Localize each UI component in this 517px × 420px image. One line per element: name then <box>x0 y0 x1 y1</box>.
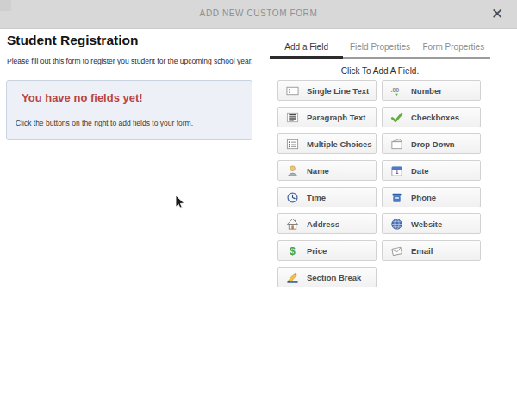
address-button[interactable]: Address <box>277 213 377 234</box>
time-icon <box>286 191 299 204</box>
form-description: Please fill out this form to register yo… <box>7 57 257 65</box>
price-icon: $ <box>286 244 299 257</box>
empty-state-headline: You have no fields yet! <box>22 91 143 104</box>
modal-title: ADD NEW CUSTOM FORM <box>0 9 517 18</box>
mouse-cursor <box>175 195 185 213</box>
drop-down-button[interactable]: Drop Down <box>382 133 481 154</box>
section-break-button[interactable]: Section Break <box>277 267 377 287</box>
field-button-label: Email <box>411 246 433 256</box>
field-type-grid: Single Line Text .00 Number Paragraph Te… <box>277 80 481 287</box>
field-button-label: Address <box>307 219 339 229</box>
single-line-text-icon <box>286 84 299 97</box>
field-button-label: Checkboxes <box>411 113 459 122</box>
modal-header: ADD NEW CUSTOM FORM ✕ <box>0 0 517 29</box>
website-button[interactable]: Website <box>382 213 481 234</box>
close-icon[interactable]: ✕ <box>488 5 507 24</box>
tab-add-a-field[interactable]: Add a Field <box>270 42 343 59</box>
svg-text:1: 1 <box>396 169 399 175</box>
field-button-label: Single Line Text <box>307 86 369 96</box>
field-panel-tabs: Add a Field Field Properties Form Proper… <box>270 42 490 59</box>
field-button-label: Section Break <box>307 273 361 282</box>
svg-text:.00: .00 <box>390 87 399 93</box>
field-button-label: Phone <box>411 193 436 202</box>
field-button-label: Paragraph Text <box>307 113 365 122</box>
field-button-label: Name <box>307 166 329 176</box>
date-button[interactable]: 1 Date <box>382 160 481 181</box>
address-icon <box>286 218 299 231</box>
field-button-label: Number <box>411 86 442 96</box>
email-icon <box>390 244 403 257</box>
phone-icon <box>390 191 403 204</box>
name-button[interactable]: Name <box>277 160 377 181</box>
time-button[interactable]: Time <box>277 187 377 207</box>
multiple-choices-button[interactable]: Multiple Choices <box>277 133 377 154</box>
website-icon <box>390 218 403 231</box>
page-title: Student Registration <box>7 33 138 48</box>
phone-button[interactable]: Phone <box>382 187 481 207</box>
field-button-label: Multiple Choices <box>307 139 371 149</box>
number-button[interactable]: .00 Number <box>382 80 481 101</box>
field-button-label: Time <box>307 193 326 202</box>
paragraph-text-button[interactable]: Paragraph Text <box>277 107 377 127</box>
field-button-label: Price <box>307 246 327 256</box>
number-icon: .00 <box>390 84 403 97</box>
field-button-label: Drop Down <box>411 139 455 149</box>
field-button-label: Date <box>411 166 429 176</box>
empty-state-hint: Click the buttons on the right to add fi… <box>16 119 193 127</box>
checkboxes-button[interactable]: Checkboxes <box>382 107 481 127</box>
field-button-label: Website <box>411 219 442 229</box>
drop-down-icon <box>390 138 403 151</box>
empty-fields-panel: You have no fields yet! Click the button… <box>6 80 252 140</box>
svg-text:$: $ <box>290 244 296 256</box>
add-field-instruction: Click To Add A Field. <box>270 66 490 76</box>
name-icon <box>286 164 299 177</box>
date-icon: 1 <box>390 164 403 177</box>
email-button[interactable]: Email <box>382 240 481 261</box>
tab-field-properties[interactable]: Field Properties <box>343 42 416 59</box>
tab-form-properties[interactable]: Form Properties <box>417 42 490 59</box>
price-button[interactable]: $ Price <box>277 240 377 261</box>
paragraph-text-icon <box>286 111 299 124</box>
single-line-text-button[interactable]: Single Line Text <box>277 80 377 101</box>
checkboxes-icon <box>390 111 403 124</box>
multiple-choices-icon <box>286 138 299 151</box>
section-break-icon <box>286 271 299 284</box>
